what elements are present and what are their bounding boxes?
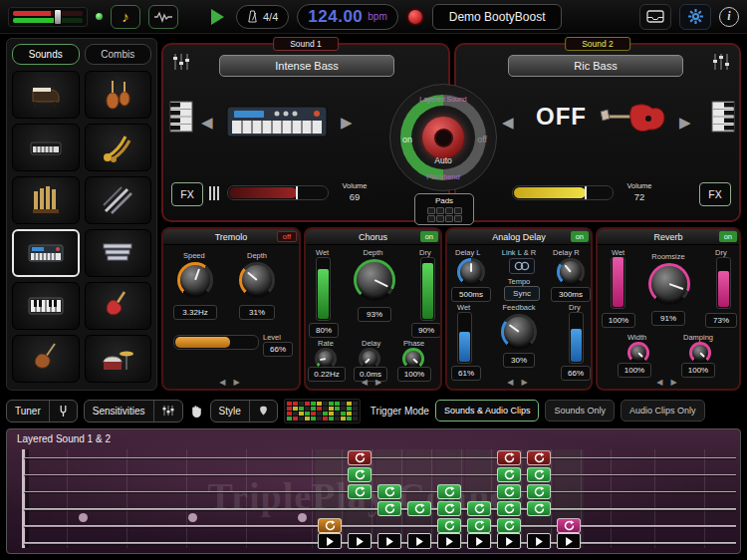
instrument-drums[interactable] [85,335,152,383]
clip-play-button[interactable] [497,533,521,549]
audio-clip-green[interactable] [348,467,372,482]
audio-clip-green[interactable] [377,501,401,516]
fretboard[interactable]: Layered Sound 1 & 2 TriplePlay Connect [6,428,741,554]
audio-clip-green[interactable] [527,501,551,516]
clip-play-button[interactable] [377,533,401,549]
tempo-display[interactable]: 124.00 bpm [297,4,397,30]
fx-pager[interactable]: ◀ ▶ [163,378,299,387]
audio-clip-green[interactable] [527,484,551,499]
audio-clip-green[interactable] [527,467,551,482]
audio-clip-green[interactable] [377,484,401,499]
instrument-mallets[interactable] [85,229,152,277]
clip-play-button[interactable] [407,533,431,549]
mixer-faders-icon[interactable] [711,53,731,71]
analog-delay-state-toggle[interactable]: on [571,231,589,242]
piano-range-icon[interactable] [711,101,735,133]
speed-knob[interactable] [177,262,213,298]
pads-button[interactable]: Pads [414,193,474,225]
sound1-name-button[interactable]: Intense Bass [219,55,394,77]
instrument-synth[interactable] [12,229,80,277]
roomsize-knob[interactable] [648,263,690,305]
damping-knob[interactable] [689,342,711,364]
clip-play-button[interactable] [467,533,491,549]
fx-pager[interactable]: ◀ ▶ [598,378,739,387]
sound2-name-button[interactable]: Ric Bass [508,55,683,77]
clip-play-button[interactable] [527,533,551,549]
dry-fader[interactable] [420,257,435,321]
audio-clips-mode-button[interactable] [148,5,178,29]
clip-play-button[interactable] [437,533,461,549]
audio-clip-green[interactable] [497,484,521,499]
clip-play-button[interactable] [557,533,581,549]
wet-fader[interactable] [316,257,331,321]
wet-fader[interactable] [457,312,472,364]
audio-clip-green[interactable] [497,518,521,533]
audio-clip-green[interactable] [437,501,461,516]
audio-clip-pink[interactable] [557,518,581,533]
audio-clip-green[interactable] [467,501,491,516]
audio-clip-green[interactable] [437,518,461,533]
layer-mix-knob[interactable] [422,117,464,158]
instrument-keyboard[interactable] [12,282,80,330]
mode-sounds-only[interactable]: Sounds Only [545,400,615,421]
instrument-brass[interactable] [85,124,152,171]
instrument-organ[interactable] [12,176,80,224]
sound1-volume-slider[interactable] [227,185,329,200]
record-button[interactable] [406,8,424,26]
audio-clip-green[interactable] [348,484,372,499]
audio-clip-green[interactable] [467,518,491,533]
dry-fader[interactable] [569,312,584,364]
sound1-fx-button[interactable]: FX [171,182,203,206]
audio-clip-orange[interactable] [318,518,342,533]
sound2-next-arrow[interactable]: ▶ [679,115,691,130]
sound1-prev-arrow[interactable]: ◀ [201,115,213,130]
instrument-electric-piano[interactable] [12,124,80,171]
input-level-meter[interactable] [8,7,88,27]
instrument-electric-guitar[interactable] [85,282,152,330]
keyboard-drawer-button[interactable] [639,4,671,30]
audio-clip-green[interactable] [407,501,431,516]
instrument-grand-piano[interactable] [12,71,80,119]
info-button[interactable]: i [719,7,739,27]
settings-button[interactable] [679,4,711,30]
fx-pager[interactable]: ◀ ▶ [447,378,591,387]
sound1-synth-image[interactable] [221,97,333,144]
tempo-sync-button[interactable]: Sync [504,286,540,301]
level-slider-handle[interactable] [54,9,62,25]
hand-mute-icon[interactable] [189,404,204,419]
clip-play-button[interactable] [318,533,342,549]
time-signature-control[interactable]: 4/4 [236,5,289,29]
dry-fader[interactable] [716,257,731,309]
audio-clip-green[interactable] [497,501,521,516]
instrument-woodwinds[interactable] [85,176,152,224]
preset-selector[interactable]: Demo BootyBoost [432,4,563,30]
link-toggle[interactable] [509,258,535,274]
mode-audio-clips-only[interactable]: Audio Clips Only [621,400,705,421]
fx-pager[interactable]: ◀ ▶ [306,378,440,387]
sound2-fx-button[interactable]: FX [699,182,731,206]
audio-clip-red[interactable] [497,450,521,465]
chorus-state-toggle[interactable]: on [420,231,438,242]
eq-bars-icon[interactable] [207,185,221,201]
mode-sounds-and-audio-clips[interactable]: Sounds & Audio Clips [435,400,540,421]
level-slider[interactable] [173,335,259,350]
depth-knob[interactable] [239,262,275,298]
sound2-guitar-image[interactable] [598,97,669,140]
tremolo-state-toggle[interactable]: off [277,231,297,242]
instrument-bass-guitar[interactable] [12,335,80,383]
audio-clip-red[interactable] [348,450,372,465]
layered-sound-control[interactable]: Layered Sound on off Auto Pitchbend [389,84,497,191]
feedback-knob[interactable] [501,314,537,350]
sensitivities-button[interactable]: Sensitivities [84,400,183,422]
audio-clip-green[interactable] [497,467,521,482]
sound2-prev-arrow[interactable]: ◀ [502,115,514,130]
sound2-volume-slider[interactable] [512,185,614,200]
sound1-next-arrow[interactable]: ▶ [341,115,353,130]
audio-clip-red[interactable] [527,450,551,465]
reverb-state-toggle[interactable]: on [719,231,737,242]
tab-sounds[interactable]: Sounds [12,44,80,65]
play-button[interactable] [206,5,228,29]
audio-clip-green[interactable] [437,484,461,499]
tab-combis[interactable]: Combis [85,44,152,65]
clip-play-button[interactable] [348,533,372,549]
